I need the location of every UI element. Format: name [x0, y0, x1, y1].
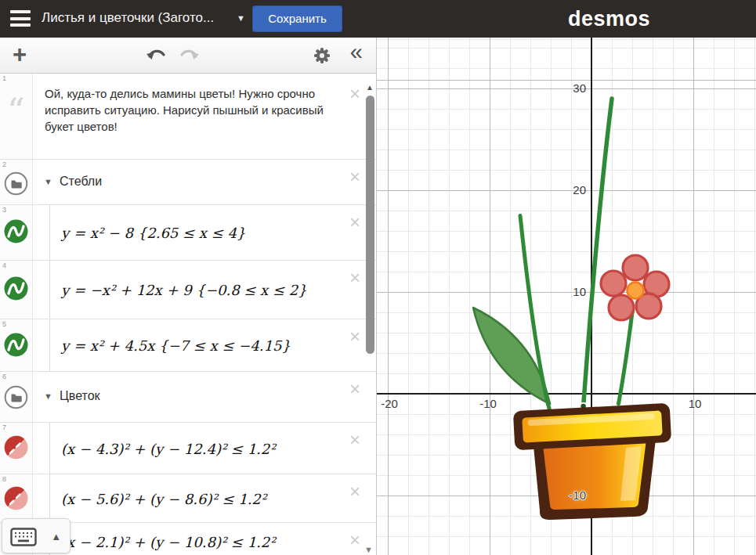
stem-right: [619, 312, 633, 404]
folder-indent-guide: [49, 474, 50, 522]
close-icon[interactable]: ×: [349, 213, 360, 232]
undo-icon[interactable]: [146, 47, 167, 67]
y-axis-label-minus10: -10: [562, 488, 586, 502]
note-text[interactable]: Ой, куда-то делись мамины цветы! Нужно с…: [45, 85, 327, 135]
folder-indent-guide: [49, 319, 50, 371]
row-number: 4: [2, 261, 6, 269]
row-number: 5: [2, 320, 6, 328]
expression-row-folder-stems[interactable]: 2 ▼ Стебли ×: [0, 160, 376, 205]
x-axis-label-10: 10: [682, 397, 707, 410]
folder-indent-guide: [49, 423, 50, 474]
desmos-logo: desmos: [552, 7, 666, 31]
chevron-down-icon[interactable]: ▼: [237, 13, 245, 23]
add-expression-button[interactable]: +: [13, 41, 27, 69]
collapse-panel-icon[interactable]: «: [350, 39, 363, 65]
equation-text[interactable]: y = x² + 4.5x {−7 ≤ x ≤ −4.15}: [61, 337, 291, 354]
petal-left: [601, 271, 626, 296]
row-gutter: 1 “: [0, 74, 33, 159]
expression-toolbar: + «: [0, 38, 376, 74]
close-icon[interactable]: ×: [349, 531, 360, 550]
folder-label[interactable]: Цветок: [60, 389, 100, 403]
folder-collapse-icon[interactable]: ▼: [44, 177, 52, 186]
close-icon[interactable]: ×: [349, 431, 360, 449]
expression-row-inequality[interactable]: 8 (x − 5.6)² + (y − 8.6)² ≤ 1.2² ×: [0, 474, 376, 523]
scroll-down-icon[interactable]: ▼: [364, 545, 373, 554]
desmos-app: Листья и цветочки (Загото... ▼ Сохранить…: [0, 0, 756, 555]
petal-top: [623, 255, 648, 280]
flower-center: [628, 283, 644, 299]
x-axis-label-minus10: -10: [476, 397, 501, 410]
row-number: 7: [2, 423, 6, 431]
row-number: 1: [2, 74, 6, 82]
curve-style-icon[interactable]: [4, 333, 28, 360]
equation-text[interactable]: (x − 2.1)² + (y − 10.8)² ≤ 1.2²: [61, 534, 276, 550]
keyboard-icon: [10, 528, 37, 546]
petal-bottom-left: [609, 295, 634, 320]
folder-label[interactable]: Стебли: [60, 175, 102, 189]
expression-row-folder-flower[interactable]: 6 ▼ Цветок ×: [0, 372, 376, 423]
folder-indent-guide: [49, 261, 50, 319]
row-gutter: 3: [0, 205, 33, 260]
menu-icon[interactable]: [10, 10, 31, 27]
expression-row-equation[interactable]: 4 y = −x² + 12x + 9 {−0.8 ≤ x ≤ 2} ×: [0, 261, 376, 319]
row-gutter: 2: [0, 160, 33, 204]
graph-canvas[interactable]: 30 20 10 -10 -20 -10 10: [377, 38, 756, 555]
y-axis-label-10: 10: [562, 285, 586, 298]
flower-pot: [513, 403, 671, 520]
close-icon[interactable]: ×: [349, 268, 360, 287]
redo-icon[interactable]: [179, 47, 200, 67]
inequality-style-icon[interactable]: [4, 486, 28, 514]
equation-text[interactable]: y = −x² + 12x + 9 {−0.8 ≤ x ≤ 2}: [61, 282, 307, 298]
close-icon[interactable]: ×: [349, 380, 360, 398]
keyboard-toggle-button[interactable]: ▲: [2, 518, 71, 553]
stem-tall: [584, 99, 612, 406]
curve-style-icon[interactable]: [4, 276, 28, 304]
expression-list: 1 “ Ой, куда-то делись мамины цветы! Нуж…: [0, 74, 376, 555]
folder-icon[interactable]: [4, 171, 28, 199]
expression-row-inequality[interactable]: 7 (x − 4.3)² + (y − 12.4)² ≤ 1.2² ×: [0, 423, 376, 474]
row-gutter: 4: [0, 261, 33, 319]
gear-icon[interactable]: [312, 45, 332, 69]
expression-row-note[interactable]: 1 “ Ой, куда-то делись мамины цветы! Нуж…: [0, 74, 376, 160]
y-axis-label-20: 20: [562, 183, 586, 196]
note-quote-icon: “: [7, 94, 25, 128]
expression-panel: + « 1 “ Ой, куда-то делись мамины цветы!…: [0, 38, 377, 555]
y-axis-label-30: 30: [562, 81, 586, 95]
row-gutter: 5: [0, 319, 33, 371]
row-gutter: 6: [0, 372, 33, 422]
top-bar: Листья и цветочки (Загото... ▼ Сохранить…: [0, 0, 756, 38]
row-number: 8: [2, 475, 6, 483]
document-title[interactable]: Листья и цветочки (Загото...: [42, 10, 214, 26]
equation-text[interactable]: (x − 5.6)² + (y − 8.6)² ≤ 1.2²: [61, 490, 266, 506]
close-icon[interactable]: ×: [349, 327, 360, 346]
row-gutter: 8: [0, 474, 33, 522]
curve-style-icon[interactable]: [4, 219, 28, 247]
x-axis-label-minus20: -20: [377, 397, 402, 410]
equation-text[interactable]: y = x² − 8 {2.65 ≤ x ≤ 4}: [61, 225, 245, 241]
row-number: 6: [2, 373, 6, 380]
close-icon[interactable]: ×: [349, 482, 360, 501]
scroll-up-icon[interactable]: ▲: [366, 83, 374, 92]
expression-row-equation[interactable]: 5 y = x² + 4.5x {−7 ≤ x ≤ −4.15} ×: [0, 319, 376, 372]
folder-collapse-icon[interactable]: ▼: [44, 391, 52, 401]
row-number: 3: [2, 206, 6, 214]
close-icon[interactable]: ×: [349, 85, 360, 103]
flower: [601, 255, 669, 320]
keyboard-open-arrow-icon: ▲: [51, 531, 61, 542]
expression-row-equation[interactable]: 3 y = x² − 8 {2.65 ≤ x ≤ 4} ×: [0, 205, 376, 261]
inequality-style-icon[interactable]: [4, 435, 28, 463]
close-icon[interactable]: ×: [349, 168, 360, 186]
scrollbar-thumb[interactable]: [366, 96, 374, 354]
row-number: 2: [2, 160, 6, 168]
row-gutter: 7: [0, 423, 33, 474]
equation-text[interactable]: (x − 4.3)² + (y − 12.4)² ≤ 1.2²: [61, 440, 276, 456]
folder-indent-guide: [49, 205, 50, 260]
save-button[interactable]: Сохранить: [252, 5, 342, 32]
folder-icon[interactable]: [4, 385, 28, 413]
